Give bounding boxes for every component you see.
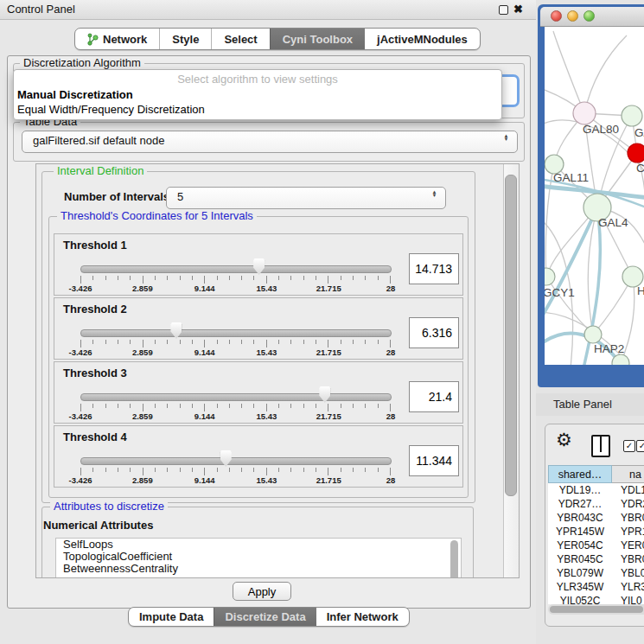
combo-stepper-icon: ▲▼ [502, 134, 510, 141]
tab-network[interactable]: Network [75, 29, 159, 49]
tab-impute-data-label: Impute Data [139, 610, 203, 623]
table-row[interactable]: YPR145WYPR1 [548, 525, 644, 539]
node-gcy1[interactable] [545, 268, 555, 285]
column-header-shared[interactable]: shared… [548, 465, 612, 483]
number-of-intervals-value: 5 [177, 188, 183, 207]
table-row[interactable]: YDR27…YDR2 [548, 497, 644, 511]
node-hap2[interactable] [584, 326, 602, 343]
cell: YER0 [612, 539, 644, 552]
table-row[interactable]: YBR045CYBR0 [548, 552, 644, 566]
threshold-4-slider-track[interactable] [80, 457, 392, 465]
list-scrollbar-thumb[interactable] [450, 540, 458, 578]
cell: YBR043C [548, 511, 612, 525]
cell: YDL19… [548, 483, 612, 497]
list-item-selfloops[interactable]: SelfLoops [56, 539, 461, 551]
threshold-2-value-field[interactable] [409, 317, 459, 348]
table-row[interactable]: YER054CYER0 [548, 539, 644, 552]
tab-select[interactable]: Select [211, 29, 269, 49]
threshold-3-value-field[interactable] [409, 381, 459, 412]
threshold-1-label: Threshold 1 [63, 239, 127, 252]
list-item-betweennesscentrality[interactable]: BetweennessCentrality [56, 563, 461, 575]
network-nodes [545, 102, 644, 365]
tab-style-label: Style [172, 33, 199, 46]
threshold-3-slider-track[interactable] [80, 393, 392, 401]
slider-ticks [80, 340, 391, 348]
apply-button[interactable]: Apply [233, 582, 291, 601]
slider-tick-labels: -3.4262.8599.14415.4321.71528 [80, 348, 391, 357]
cyni-mode-tabbar: Impute Data Discretize Data Infer Networ… [128, 607, 410, 627]
horizontal-scrollbar-track[interactable] [548, 604, 644, 615]
threshold-2-panel: Threshold 2 -3.4262.8599.14415.4321.7152… [54, 297, 463, 360]
screen: Control Panel ✖ Network Style Select [0, 0, 644, 644]
checkbox-icon[interactable]: ✓ [636, 440, 644, 452]
cell: YLR3 [612, 580, 644, 594]
dropdown-prompt-option[interactable]: Select algorithm to view settings [14, 73, 501, 86]
thresholds-group-title: Threshold's Coordinates for 5 Intervals [57, 210, 257, 222]
tab-impute-data[interactable]: Impute Data [129, 608, 214, 626]
horizontal-scrollbar-thumb[interactable] [550, 606, 643, 613]
cell: YDR2 [612, 497, 644, 511]
number-of-intervals-label: Number of Intervals [64, 190, 169, 203]
minimize-traffic-light-icon[interactable] [567, 10, 578, 22]
slider-ticks [80, 276, 391, 284]
float-window-icon[interactable] [499, 5, 508, 15]
settings-scrollpane: Interval Definition Number of Intervals … [35, 163, 520, 578]
cell: YDR27… [548, 497, 612, 511]
network-graph: GAL80 GA C GAL11 GAL4 GCY1 H HAP2 [545, 27, 644, 365]
column-header-name[interactable]: na [612, 465, 644, 483]
tab-jactivemnodules[interactable]: jActiveMNodules [365, 29, 480, 49]
node-red-selected[interactable] [628, 143, 644, 163]
zoom-traffic-light-icon[interactable] [583, 10, 595, 22]
control-panel-titlebar: Control Panel ✖ [0, 0, 536, 20]
threshold-1-slider-track[interactable] [80, 265, 392, 273]
threshold-4-panel: Threshold 4 -3.4262.8599.14415.4321.7152… [54, 425, 463, 488]
tab-jactivemnodules-label: jActiveMNodules [377, 33, 468, 46]
node-top-right[interactable] [622, 105, 642, 126]
tab-network-label: Network [103, 33, 147, 46]
dropdown-option-equal-width-frequency[interactable]: Equal Width/Frequency Discretization [17, 103, 205, 116]
tab-discretize-data[interactable]: Discretize Data [214, 608, 316, 626]
table-row[interactable]: YIL052CYIL0 [548, 594, 644, 604]
threshold-3-panel: Threshold 3 -3.4262.8599.14415.4321.7152… [54, 361, 463, 424]
cell: YPR145W [548, 525, 612, 539]
list-item-topologicalcoefficient[interactable]: TopologicalCoefficient [56, 551, 461, 563]
discretization-algorithm-group-title: Discretization Algorithm [20, 57, 144, 69]
tab-cyni-toolbox[interactable]: Cyni Toolbox [270, 29, 365, 49]
gear-icon[interactable]: ⚙ [556, 430, 572, 450]
slider-tick-labels: -3.4262.8599.14415.4321.71528 [80, 475, 391, 485]
split-columns-icon[interactable] [591, 435, 610, 457]
dropdown-option-manual-discretization[interactable]: Manual Discretization [17, 88, 133, 101]
cell: YBR0 [612, 552, 644, 566]
table-row[interactable]: YBR043CYBR0 [548, 511, 644, 525]
tab-select-label: Select [224, 33, 257, 46]
vertical-scrollbar-thumb[interactable] [505, 175, 517, 496]
table-row[interactable]: YLR345WYLR3 [548, 580, 644, 594]
close-traffic-light-icon[interactable] [551, 10, 562, 22]
label-gal4: GAL4 [598, 216, 628, 229]
network-view-window: GAL80 GA C GAL11 GAL4 GCY1 H HAP2 [538, 4, 644, 387]
threshold-1-value-field[interactable] [409, 253, 459, 284]
label-gal11: GAL11 [553, 171, 589, 184]
network-canvas[interactable]: GAL80 GA C GAL11 GAL4 GCY1 H HAP2 [545, 27, 644, 365]
checkbox-icon[interactable]: ✓ [623, 440, 635, 452]
network-icon [87, 33, 99, 46]
table-row[interactable]: YDL19…YDL1 [548, 483, 644, 497]
table-data-combo[interactable]: galFiltered.sif default node ▲▼ [22, 131, 518, 153]
cell: YPR1 [612, 525, 644, 539]
node-gal80[interactable] [573, 102, 596, 124]
close-icon[interactable]: ✖ [513, 0, 523, 19]
cyni-toolbox-panel: Discretization Algorithm Select algorith… [7, 55, 531, 609]
table-row[interactable]: YBL079WYBL0 [548, 566, 644, 580]
table-panel-header: Table Panel [536, 393, 644, 416]
threshold-4-label: Threshold 4 [63, 430, 127, 443]
algorithm-dropdown-popup: Select algorithm to view settings Manual… [13, 69, 502, 120]
threshold-2-slider-track[interactable] [80, 329, 392, 337]
tab-style[interactable]: Style [159, 29, 211, 49]
tab-infer-network[interactable]: Infer Network [316, 608, 409, 626]
cell: YBR045C [548, 552, 612, 566]
cell: YDL1 [612, 483, 644, 497]
tab-discretize-data-label: Discretize Data [225, 610, 305, 623]
slider-ticks [80, 404, 391, 411]
number-of-intervals-combo[interactable]: 5 ▲▼ [166, 187, 446, 209]
threshold-4-value-field[interactable] [409, 445, 459, 476]
